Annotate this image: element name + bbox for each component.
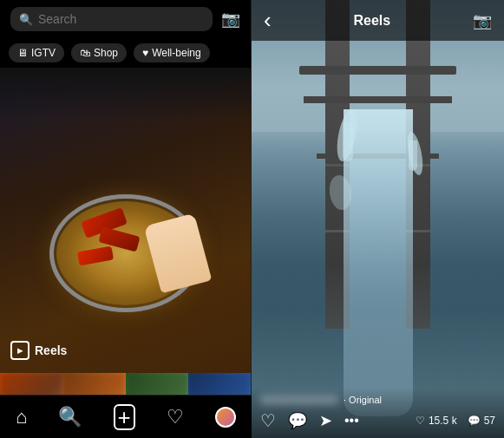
likes-count: 15.5 k xyxy=(429,415,457,427)
top-beam xyxy=(299,66,456,75)
nav-search[interactable]: 🔍 xyxy=(58,406,82,428)
reels-text-left: Reels xyxy=(35,343,67,357)
igtv-label: IGTV xyxy=(31,47,56,59)
add-icon: + xyxy=(114,404,135,430)
filter-igtv[interactable]: 🖥 IGTV xyxy=(9,43,64,62)
nav-add[interactable]: + xyxy=(114,404,135,430)
nav-heart[interactable]: ♡ xyxy=(167,406,184,428)
wellbeing-label: Well-being xyxy=(152,47,200,59)
left-panel: 🔍 📷 🖥 IGTV 🛍 Shop ♥ Well-being xyxy=(0,0,252,438)
avatar-nav xyxy=(215,407,236,428)
comment-stat-icon: 💬 xyxy=(468,415,481,427)
top-gradient xyxy=(0,68,251,120)
nav-avatar[interactable] xyxy=(215,407,236,428)
audio-original-text: · Original xyxy=(344,395,382,405)
feed-video: ▶ Reels xyxy=(0,68,251,438)
share-button[interactable]: ➤ xyxy=(319,411,332,430)
right-video: · Original ♡ 💬 ➤ ••• ♡ 15.5 k xyxy=(252,0,504,438)
comments-stat: 💬 57 xyxy=(468,415,495,427)
right-panel: ‹ Reels 📷 xyxy=(252,0,504,438)
stats-right: ♡ 15.5 k 💬 57 xyxy=(416,415,495,427)
bottom-nav-bar: ⌂ 🔍 + ♡ xyxy=(0,395,252,438)
spray-extra-2 xyxy=(409,141,417,171)
like-button[interactable]: ♡ xyxy=(260,410,276,431)
camera-icon-left[interactable]: 📷 xyxy=(221,10,240,29)
video-background: ▶ Reels xyxy=(0,68,251,438)
comments-count: 57 xyxy=(484,415,495,427)
heart-stat-icon: ♡ xyxy=(416,415,425,427)
search-input[interactable] xyxy=(38,12,204,26)
waterfall-background: · Original ♡ 💬 ➤ ••• ♡ 15.5 k xyxy=(252,0,504,438)
right-bottom-overlay: · Original ♡ 💬 ➤ ••• ♡ 15.5 k xyxy=(252,388,504,438)
search-nav-icon: 🔍 xyxy=(58,406,82,428)
left-header: 🔍 📷 xyxy=(0,0,251,38)
reels-box-icon: ▶ xyxy=(10,341,29,360)
search-icon: 🔍 xyxy=(19,13,33,26)
action-icons-left: ♡ 💬 ➤ ••• xyxy=(260,410,359,431)
filter-wellbeing[interactable]: ♥ Well-being xyxy=(134,43,210,62)
camera-icon-right[interactable]: 📷 xyxy=(473,11,492,30)
heart-nav-icon: ♡ xyxy=(167,406,184,428)
igtv-icon: 🖥 xyxy=(17,47,28,59)
nav-home[interactable]: ⌂ xyxy=(16,406,27,428)
audio-row: · Original xyxy=(260,395,495,405)
tower-crossbar xyxy=(304,96,452,103)
home-icon: ⌂ xyxy=(16,406,27,428)
filter-bar: 🖥 IGTV 🛍 Shop ♥ Well-being xyxy=(0,38,251,68)
more-button[interactable]: ••• xyxy=(344,413,359,428)
spray-extra-1 xyxy=(343,122,353,161)
heart-icon: ♥ xyxy=(142,47,148,59)
filter-shop[interactable]: 🛍 Shop xyxy=(71,43,127,62)
reels-label-left: ▶ Reels xyxy=(10,341,67,360)
username-blurred xyxy=(260,395,338,405)
reels-title: Reels xyxy=(353,13,390,29)
shop-icon: 🛍 xyxy=(80,47,90,59)
action-row: ♡ 💬 ➤ ••• ♡ 15.5 k 💬 57 xyxy=(260,410,495,431)
right-header: ‹ Reels 📷 xyxy=(252,0,504,41)
likes-stat: ♡ 15.5 k xyxy=(416,415,457,427)
back-button[interactable]: ‹ xyxy=(264,7,272,34)
search-bar[interactable]: 🔍 xyxy=(10,7,213,31)
comment-button[interactable]: 💬 xyxy=(288,411,307,430)
shop-label: Shop xyxy=(94,47,118,59)
